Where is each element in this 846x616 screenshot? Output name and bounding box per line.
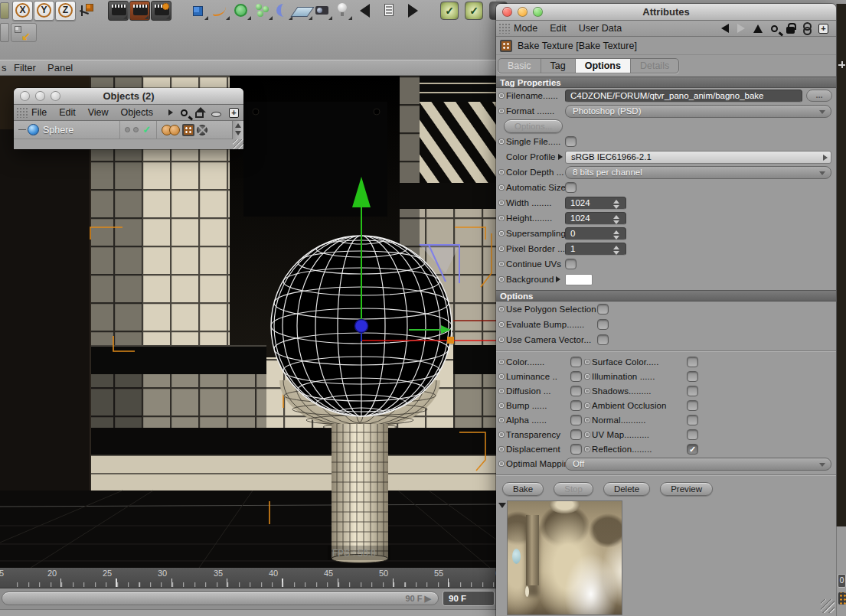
objects-titlebar[interactable]: Objects (2) bbox=[14, 88, 243, 105]
add-bend-deformer-button[interactable] bbox=[273, 1, 293, 21]
evaluate-bump-checkbox[interactable] bbox=[597, 319, 609, 330]
tab-details[interactable]: Details bbox=[631, 59, 678, 73]
scroll-down-icon[interactable] bbox=[235, 131, 241, 135]
drag-grip[interactable] bbox=[16, 107, 28, 118]
x-axis-grab-handle[interactable] bbox=[447, 337, 454, 344]
lock-z-axis-button[interactable]: Z bbox=[55, 1, 76, 21]
color-depth-dropdown[interactable]: 8 bits per channel bbox=[565, 166, 831, 179]
keyframe-marker[interactable] bbox=[499, 360, 504, 364]
current-frame-field[interactable]: 90 F bbox=[443, 591, 495, 606]
keyframe-marker[interactable] bbox=[585, 418, 590, 422]
make-editable-button[interactable]: ✓ bbox=[440, 2, 459, 20]
attributes-resize-grip[interactable] bbox=[821, 599, 835, 613]
minimize-button[interactable] bbox=[518, 7, 528, 17]
supersampling-spinner[interactable]: 0 bbox=[565, 227, 626, 240]
expand-arrow-icon[interactable] bbox=[556, 276, 560, 282]
keyframe-marker[interactable] bbox=[499, 185, 504, 190]
keyframe-marker[interactable] bbox=[585, 447, 590, 451]
coordinate-system-button[interactable] bbox=[77, 1, 97, 21]
menu-mode[interactable]: Mode bbox=[514, 23, 537, 34]
surface-color-checkbox[interactable] bbox=[687, 357, 698, 367]
add-panel-icon[interactable]: + bbox=[229, 108, 239, 118]
render-active-view-button[interactable] bbox=[129, 1, 150, 21]
menu-panel[interactable]: Panel bbox=[47, 62, 73, 73]
drag-grip[interactable] bbox=[498, 23, 511, 34]
keyframe-marker[interactable] bbox=[585, 432, 590, 437]
zoom-button[interactable] bbox=[51, 91, 60, 101]
tab-options[interactable]: Options bbox=[576, 59, 631, 73]
overflow-arrow-icon[interactable] bbox=[168, 109, 173, 116]
color-checkbox[interactable] bbox=[570, 357, 582, 367]
keyframe-marker[interactable] bbox=[499, 374, 504, 379]
keyframe-marker[interactable] bbox=[585, 374, 590, 379]
continue-uvs-checkbox[interactable] bbox=[565, 259, 577, 269]
menu-edit[interactable]: Edit bbox=[59, 107, 76, 118]
viewport-3d[interactable]: FPS : 50.0 bbox=[0, 76, 496, 568]
delete-button[interactable]: Delete bbox=[603, 482, 650, 496]
add-floor-button[interactable] bbox=[292, 1, 313, 21]
preview-button[interactable]: Preview bbox=[660, 482, 713, 496]
keyframe-marker[interactable] bbox=[499, 461, 504, 466]
minimize-button[interactable] bbox=[35, 91, 45, 101]
luminance-checkbox[interactable] bbox=[570, 371, 582, 382]
resize-grip[interactable] bbox=[233, 139, 243, 149]
tab-basic[interactable]: Basic bbox=[498, 59, 541, 73]
move-palette-icon[interactable] bbox=[838, 61, 845, 68]
displacement-checkbox[interactable] bbox=[570, 444, 582, 455]
optimal-mapping-dropdown[interactable]: Off bbox=[565, 458, 831, 471]
keyframe-marker[interactable] bbox=[499, 216, 504, 220]
bake-button[interactable]: Bake bbox=[502, 482, 544, 496]
expand-arrow-icon[interactable] bbox=[558, 154, 563, 160]
compositing-tag-icon[interactable] bbox=[197, 125, 207, 135]
background-color-swatch[interactable] bbox=[565, 274, 593, 285]
menu-objects[interactable]: Objects bbox=[121, 107, 153, 118]
alpha-checkbox[interactable] bbox=[570, 415, 582, 425]
shadows-checkbox[interactable] bbox=[687, 386, 698, 396]
add-cube-button[interactable] bbox=[188, 1, 209, 21]
object-name[interactable]: Sphere bbox=[43, 125, 73, 135]
zoom-button[interactable] bbox=[533, 7, 543, 17]
add-hypernurbs-button[interactable] bbox=[231, 1, 252, 21]
transparency-checkbox[interactable] bbox=[570, 429, 582, 440]
clipped-coordinate-field[interactable]: 0 bbox=[838, 574, 846, 588]
ambient-occlusion-checkbox[interactable] bbox=[687, 400, 698, 411]
keyframe-marker[interactable] bbox=[585, 403, 590, 408]
link-icon[interactable] bbox=[803, 22, 810, 34]
uv-map-checkbox[interactable] bbox=[687, 429, 698, 440]
lock-icon[interactable] bbox=[786, 27, 795, 34]
keyframe-marker[interactable] bbox=[499, 109, 504, 113]
bake-texture-tag-icon[interactable] bbox=[182, 124, 194, 136]
menu-edit[interactable]: Edit bbox=[550, 23, 567, 34]
keyframe-marker[interactable] bbox=[499, 93, 504, 98]
keyframe-marker[interactable] bbox=[499, 200, 504, 205]
use-polygon-selection-checkbox[interactable] bbox=[597, 304, 609, 315]
add-array-button[interactable] bbox=[253, 1, 273, 21]
sphere-object-icon[interactable] bbox=[28, 124, 39, 135]
keyframe-marker[interactable] bbox=[499, 403, 504, 408]
reflection-checkbox[interactable]: ✓ bbox=[687, 444, 698, 455]
add-spline-button[interactable] bbox=[210, 1, 230, 21]
baked-texture-preview[interactable] bbox=[507, 500, 622, 615]
keyframe-marker[interactable] bbox=[499, 418, 504, 422]
use-model-tool-button[interactable]: ✓ bbox=[465, 2, 483, 20]
menu-filter[interactable]: Filter bbox=[14, 62, 36, 73]
diffusion-checkbox[interactable] bbox=[570, 386, 582, 396]
gizmo-origin-point[interactable] bbox=[355, 320, 368, 333]
keyframe-marker[interactable] bbox=[499, 432, 504, 437]
history-forward-icon[interactable] bbox=[737, 24, 745, 33]
clipped-tool-icon-2[interactable] bbox=[0, 23, 9, 42]
normal-checkbox[interactable] bbox=[687, 415, 698, 425]
keyframe-marker[interactable] bbox=[499, 307, 504, 311]
illumination-checkbox[interactable] bbox=[687, 371, 698, 382]
menu-view[interactable]: View bbox=[88, 107, 109, 118]
texture-tag-icon-2[interactable] bbox=[169, 125, 180, 135]
format-dropdown[interactable]: Photoshop (PSD) bbox=[565, 105, 831, 118]
search-icon[interactable] bbox=[181, 109, 188, 116]
editor-visibility-dot[interactable] bbox=[125, 127, 130, 132]
clipped-tool-icon[interactable] bbox=[0, 2, 9, 19]
texture-tool-button[interactable]: ↙ bbox=[11, 23, 37, 42]
section-options[interactable]: Options bbox=[496, 290, 836, 301]
keyframe-marker[interactable] bbox=[499, 262, 504, 266]
home-icon[interactable] bbox=[195, 112, 204, 118]
object-list-row[interactable]: Sphere ✓ bbox=[14, 121, 243, 139]
